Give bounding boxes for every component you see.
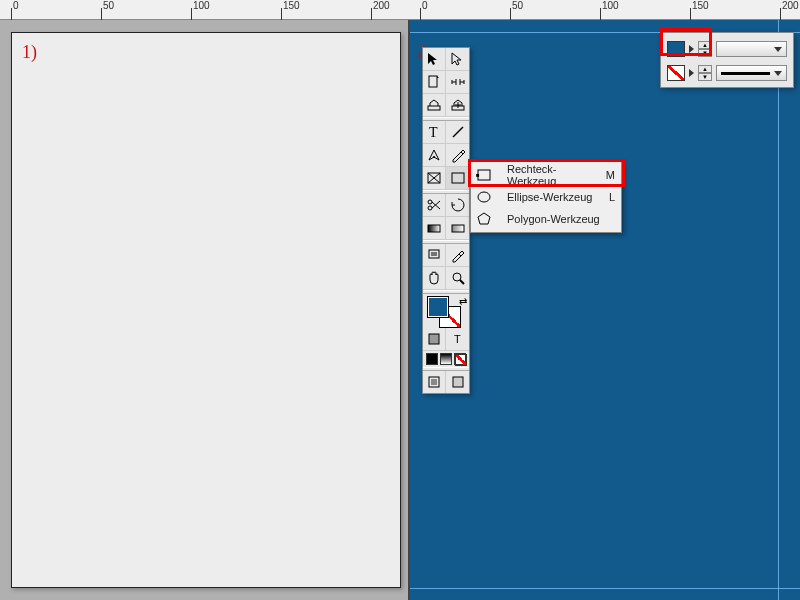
annotation-1: 1) <box>22 42 37 63</box>
content-placer-tool[interactable] <box>446 94 469 116</box>
tint-stepper[interactable]: ▲▼ <box>698 41 712 57</box>
ruler-tick-label: 0 <box>422 0 428 11</box>
pen-tool[interactable] <box>423 144 446 166</box>
svg-rect-26 <box>478 170 490 180</box>
free-transform-tool[interactable] <box>446 194 469 216</box>
ruler-tick-label: 100 <box>193 0 210 11</box>
svg-rect-14 <box>428 225 440 232</box>
default-swatches <box>423 351 469 367</box>
svg-point-11 <box>428 206 432 210</box>
svg-rect-16 <box>429 250 439 258</box>
panel-stroke-swatch[interactable] <box>667 65 685 81</box>
flyout-arrow-icon[interactable] <box>689 69 694 77</box>
ruler-horizontal: 0 50 100 150 200 0 50 100 150 200 <box>0 0 800 20</box>
ruler-tick-label: 100 <box>602 0 619 11</box>
svg-line-4 <box>453 127 463 137</box>
direct-selection-tool[interactable] <box>446 48 469 70</box>
artboard[interactable] <box>11 32 401 588</box>
svg-point-19 <box>453 273 461 281</box>
swap-fill-stroke-icon[interactable]: ⇄ <box>459 296 467 307</box>
svg-rect-9 <box>452 173 464 183</box>
type-tool[interactable]: T <box>423 121 446 143</box>
content-collector-tool[interactable] <box>423 94 446 116</box>
ruler-tick-label: 200 <box>782 0 799 11</box>
flyout-item-ellipse[interactable]: Ellipse-Werkzeug L <box>471 186 621 208</box>
scissors-tool[interactable] <box>423 194 446 216</box>
svg-line-20 <box>460 280 464 284</box>
preview-view-button[interactable] <box>446 371 469 393</box>
right-pane: 2) T <box>408 20 800 600</box>
eyedropper-tool[interactable] <box>446 244 469 266</box>
toolbox-panel[interactable]: T ⇄ <box>422 47 470 394</box>
ruler-tick-label: 200 <box>373 0 390 11</box>
svg-rect-15 <box>452 225 464 232</box>
page-tool[interactable] <box>423 71 446 93</box>
svg-point-27 <box>478 192 490 202</box>
ruler-tick-label: 50 <box>512 0 523 11</box>
ruler-tick-label: 50 <box>103 0 114 11</box>
apply-none[interactable] <box>454 353 466 365</box>
guide-horizontal[interactable] <box>408 588 800 589</box>
flyout-item-label: Rechteck-Werkzeug <box>507 163 600 187</box>
apply-color-black[interactable] <box>426 353 438 365</box>
svg-text:T: T <box>429 125 438 140</box>
ruler-tick-label: 0 <box>13 0 19 11</box>
rectangle-frame-tool[interactable] <box>423 167 446 189</box>
panel-fill-swatch[interactable] <box>667 41 685 57</box>
flyout-arrow-icon[interactable] <box>689 45 694 53</box>
rectangle-icon <box>477 168 491 182</box>
shape-tool-flyout[interactable]: Rechteck-Werkzeug M Ellipse-Werkzeug L P… <box>470 161 622 233</box>
pane-divider[interactable] <box>408 20 410 600</box>
svg-rect-25 <box>453 377 463 387</box>
ruler-tick-label: 150 <box>283 0 300 11</box>
guide-vertical[interactable] <box>778 20 779 600</box>
flyout-item-rectangle[interactable]: Rechteck-Werkzeug M <box>471 164 621 186</box>
svg-rect-1 <box>428 106 440 110</box>
dropdown-icon <box>774 71 782 76</box>
apply-gradient[interactable] <box>440 353 452 365</box>
selection-tool[interactable] <box>423 48 446 70</box>
fill-swatch[interactable] <box>427 296 449 318</box>
polygon-icon <box>477 212 491 226</box>
svg-text:T: T <box>454 333 461 345</box>
svg-line-12 <box>432 202 440 209</box>
svg-point-5 <box>433 156 435 158</box>
gap-tool[interactable] <box>446 71 469 93</box>
flyout-item-polygon[interactable]: Polygon-Werkzeug <box>471 208 621 230</box>
pencil-tool[interactable] <box>446 144 469 166</box>
weight-stepper[interactable]: ▲▼ <box>698 65 712 81</box>
stroke-style-dropdown[interactable] <box>716 65 787 81</box>
formatting-container-button[interactable] <box>423 328 446 350</box>
svg-rect-21 <box>429 334 439 344</box>
zoom-tool[interactable] <box>446 267 469 289</box>
fill-stroke-proxy[interactable]: ⇄ <box>423 294 469 328</box>
rectangle-tool[interactable] <box>446 167 469 189</box>
tint-field[interactable] <box>716 41 787 57</box>
note-tool[interactable] <box>423 244 446 266</box>
flyout-item-label: Ellipse-Werkzeug <box>507 191 603 203</box>
flyout-item-label: Polygon-Werkzeug <box>507 213 609 225</box>
formatting-text-button[interactable]: T <box>446 328 469 350</box>
gradient-feather-tool[interactable] <box>446 217 469 239</box>
line-tool[interactable] <box>446 121 469 143</box>
svg-line-13 <box>432 201 440 208</box>
gradient-swatch-tool[interactable] <box>423 217 446 239</box>
flyout-item-shortcut: M <box>606 169 615 181</box>
ellipse-icon <box>477 190 491 204</box>
svg-point-10 <box>428 200 432 204</box>
svg-marker-28 <box>478 213 490 224</box>
swatches-panel[interactable]: ▲▼ ▲▼ <box>660 32 794 88</box>
ruler-tick-label: 150 <box>692 0 709 11</box>
svg-rect-0 <box>429 76 437 87</box>
dropdown-icon <box>774 47 782 52</box>
svg-rect-24 <box>431 379 437 385</box>
flyout-item-shortcut: L <box>609 191 615 203</box>
normal-view-button[interactable] <box>423 371 446 393</box>
left-pane: 1) <box>0 20 408 600</box>
hand-tool[interactable] <box>423 267 446 289</box>
